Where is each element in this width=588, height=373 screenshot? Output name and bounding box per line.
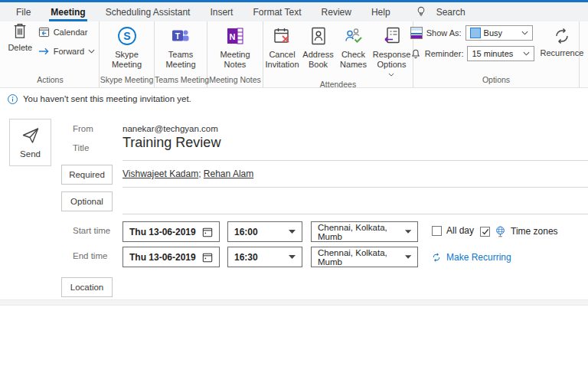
location-button[interactable]: Location <box>61 277 113 297</box>
time-zones-label: Time zones <box>511 226 558 237</box>
tab-help[interactable]: Help <box>361 2 400 21</box>
end-time-input[interactable]: 16:30 <box>227 247 302 267</box>
cancel-invitation-button[interactable]: Cancel Invitation <box>264 25 301 69</box>
check-names-icon <box>344 25 364 47</box>
send-plane-icon <box>21 127 40 144</box>
start-time-input[interactable]: 16:00 <box>227 221 302 242</box>
ribbon-group-attendees: Cancel Invitation Address Book <box>263 21 413 87</box>
info-icon <box>7 93 18 105</box>
calendar-button[interactable]: Calendar <box>38 25 95 38</box>
attendee-link[interactable]: Rehan Alam <box>204 169 253 179</box>
response-options-icon <box>383 25 401 47</box>
checkmark-icon <box>482 228 489 235</box>
message-body[interactable] <box>0 306 588 367</box>
dropdown-arrow-icon <box>405 230 411 234</box>
attendee-separator: ; <box>198 169 204 179</box>
tab-scheduling-assistant[interactable]: Scheduling Assistant <box>96 2 201 21</box>
tab-insert[interactable]: Insert <box>200 2 243 21</box>
tab-review[interactable]: Review <box>312 2 361 21</box>
svg-text:N: N <box>230 32 236 41</box>
tab-format-text[interactable]: Format Text <box>243 2 311 21</box>
all-day-checkbox-row[interactable]: All day <box>432 225 474 236</box>
address-book-icon <box>310 25 327 47</box>
dropdown-arrow-icon <box>289 230 296 234</box>
reminder-label: Reminder: <box>425 49 464 58</box>
group-label-options: Options <box>413 74 579 87</box>
end-time-label: End time <box>73 251 107 260</box>
outlook-meeting-window: File Meeting Scheduling Assistant Insert… <box>0 0 588 373</box>
end-date-input[interactable]: Thu 13-06-2019 <box>122 247 220 267</box>
teams-meeting-button[interactable]: T Teams Meeting <box>158 25 204 69</box>
tell-me-search[interactable]: Search <box>416 5 466 18</box>
chevron-down-icon <box>521 31 528 35</box>
from-label: From <box>73 124 93 133</box>
optional-button[interactable]: Optional <box>61 191 113 211</box>
show-as-dropdown[interactable]: Busy <box>466 25 533 41</box>
attendee-link[interactable]: Vishwajeet Kadam <box>122 169 198 179</box>
ribbon-group-teams: T Teams Meeting Teams Meeting <box>155 21 207 87</box>
compose-area: Send From nanekar@techgyan.com Title Tra… <box>0 110 588 299</box>
recurrence-icon <box>552 26 572 46</box>
delete-button[interactable]: Delete <box>5 21 35 52</box>
required-underline <box>122 187 588 188</box>
all-day-label: All day <box>446 225 474 236</box>
search-label[interactable]: Search <box>436 7 466 18</box>
title-input[interactable]: Training Review <box>122 135 220 151</box>
ribbon-group-notes: N Meeting Notes Meeting Notes <box>207 21 263 87</box>
infobar-text: You haven't sent this meeting invitation… <box>23 94 191 103</box>
group-label-skype: Skype Meeting <box>100 74 154 87</box>
tab-file[interactable]: File <box>6 2 41 21</box>
chevron-down-icon <box>88 49 95 54</box>
lightbulb-icon <box>416 5 426 18</box>
dropdown-arrow-icon <box>405 255 411 259</box>
calendar-icon <box>38 26 50 38</box>
infobar: You haven't sent this meeting invitation… <box>0 88 588 110</box>
title-underline <box>122 160 588 161</box>
cancel-invitation-icon <box>273 25 292 47</box>
address-book-button[interactable]: Address Book <box>301 25 336 69</box>
group-label-attendees: Attendees <box>263 79 413 90</box>
check-names-button[interactable]: Check Names <box>336 25 371 69</box>
start-date-input[interactable]: Thu 13-06-2019 <box>122 221 220 242</box>
trash-icon <box>11 21 28 40</box>
start-timezone-select[interactable]: Chennai, Kolkata, Mumb <box>311 221 418 242</box>
time-zones-checkbox[interactable] <box>480 227 490 237</box>
forward-button[interactable]: Forward <box>38 44 95 57</box>
title-label: Title <box>73 143 89 152</box>
svg-text:T: T <box>175 31 181 41</box>
from-value[interactable]: nanekar@techgyan.com <box>122 124 218 133</box>
body-splitter[interactable] <box>0 299 588 306</box>
reminder-bell-icon <box>410 48 421 60</box>
ribbon-group-skype: S Skype Meeting Skype Meeting <box>100 21 155 87</box>
svg-text:S: S <box>123 30 130 42</box>
busy-color-swatch <box>470 28 481 38</box>
required-attendees-field[interactable]: Vishwajeet Kadam; Rehan Alam <box>122 169 253 179</box>
group-label-teams: Teams Meeting <box>155 74 207 87</box>
make-recurring-link[interactable]: Make Recurring <box>431 252 511 263</box>
date-picker-icon[interactable] <box>202 252 213 263</box>
chevron-down-icon <box>388 73 394 77</box>
date-picker-icon[interactable] <box>202 227 213 237</box>
show-as-label: Show As: <box>426 28 462 38</box>
meeting-notes-button[interactable]: N Meeting Notes <box>212 25 258 69</box>
all-day-checkbox[interactable] <box>432 226 442 236</box>
chevron-down-icon <box>523 51 530 56</box>
recurrence-button[interactable]: Recurrence <box>540 24 583 57</box>
globe-icon <box>495 225 506 237</box>
make-recurring-icon <box>431 252 442 263</box>
end-timezone-select[interactable]: Chennai, Kolkata, Mumb <box>311 247 418 267</box>
skype-icon: S <box>117 25 137 47</box>
ribbon-tab-bar: File Meeting Scheduling Assistant Insert… <box>0 2 588 21</box>
tab-meeting[interactable]: Meeting <box>41 2 95 21</box>
send-button[interactable]: Send <box>9 119 51 166</box>
ribbon-group-options: Show As: Busy <box>413 21 580 87</box>
skype-meeting-button[interactable]: S Skype Meeting <box>104 25 150 69</box>
time-zones-checkbox-row[interactable]: Time zones <box>480 225 558 237</box>
optional-underline <box>122 214 588 214</box>
required-button[interactable]: Required <box>61 165 113 185</box>
response-options-button[interactable]: Response Options <box>371 25 413 79</box>
onenote-icon: N <box>225 25 245 47</box>
dropdown-arrow-icon <box>289 255 296 259</box>
reminder-dropdown[interactable]: 15 minutes <box>467 46 534 61</box>
group-label-actions: Actions <box>2 74 99 87</box>
